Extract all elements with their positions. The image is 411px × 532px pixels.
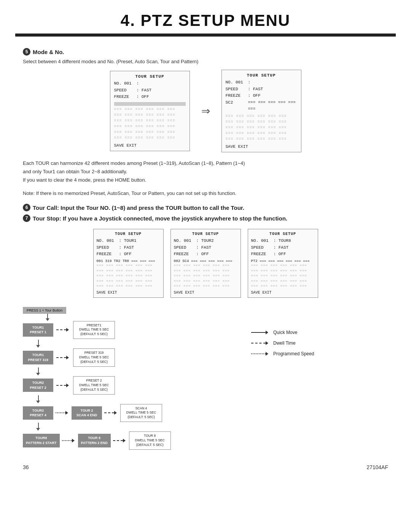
flow-row-1: TOUR1PRESET 1 PRESET1DWELL TIME 5 SEC(DE… [23, 321, 236, 339]
three-boxes-row: TOUR SETUP NO. 001: TOUR1 SPEED: FAST FR… [23, 229, 388, 297]
dashed-arrow-5b [113, 438, 127, 443]
tour-box-2-row3: FREEZE : OFF [226, 93, 297, 99]
section7-label: Tour Stop [33, 215, 59, 222]
tour-box-1-row3: FREEZE : OFF [114, 94, 186, 101]
section6-label: Tour Call [33, 204, 57, 211]
tour-box-2-row4: SC2 === === === === === === [226, 99, 297, 113]
tour-box-2: TOUR SETUP NO. 001 : SPEED : FAST FREEZE… [221, 70, 301, 152]
flow-legend: Quick Move Dwell Time Programmed Speed [251, 330, 314, 356]
legend-dwell-time-label: Dwell Time [273, 340, 296, 346]
flow-node-preset1-dwell: PRESET1DWELL TIME 5 SEC(DEFAULT: 5 SEC) [73, 321, 115, 339]
tour-box-1-dashes: === === === === === === === === === === … [114, 102, 186, 141]
dotted-arrow-5 [62, 438, 76, 443]
section5-label: Mode & No. [33, 49, 64, 55]
flow-node-preset2-dwell: PRESET 2DWELL TIME 5 SEC(DEFAULT: 5 SEC) [73, 376, 115, 395]
tour-box-tour2: TOUR SETUP NO. 001: TOUR2 SPEED: FAST FR… [170, 229, 241, 297]
legend-programmed-speed: Programmed Speed [251, 351, 314, 356]
flow-row-4: TOUR2PRESET 4 TOUR 2SCAN 4 END SCAN 4DWE… [23, 404, 236, 422]
arrow-right-icon: ⇒ [201, 105, 210, 117]
doc-id: 27104AF [366, 464, 388, 470]
dashed-arrow-2 [56, 355, 70, 360]
section7-header: 7 Tour Stop: If you have a Joystick conn… [23, 214, 388, 222]
flow-diagram: PRESS 1 + Tour Button TOUR1PRESET 1 PRES… [23, 307, 388, 451]
legend-quick-move-label: Quick Move [273, 330, 297, 335]
flow-row-5: TOUR8PATTERN 2 START TOUR 8PATTERN 2 END… [23, 431, 236, 450]
section7: 7 Tour Stop: If you have a Joystick conn… [23, 214, 388, 222]
flow-node-tour8-pattern2start: TOUR8PATTERN 2 START [23, 434, 60, 447]
tour-box-2-dashes: === === === === === === === === === === … [226, 113, 297, 142]
section6: 6 Tour Call: Input the Tour NO. (1~8) an… [23, 204, 388, 211]
tour-box-1: TOUR SETUP NO. 001 : SPEED : FAST FREEZE… [110, 71, 190, 151]
tour-box-tour1: TOUR SETUP NO. 001: TOUR1 SPEED: FAST FR… [93, 229, 164, 297]
flow-node-tour2-preset4: TOUR2PRESET 4 [23, 406, 53, 420]
tour-box-tour8: TOUR SETUP NO. 001: TOUR8 SPEED: FAST FR… [248, 229, 318, 297]
section5-header: 5 Mode & No. [23, 48, 388, 56]
tour-box-2-save: SAVE EXIT [226, 144, 297, 149]
flow-node-tour2-scan4end: TOUR 2SCAN 4 END [72, 406, 102, 420]
flow-node-preset319-dwell: PRESET 319DWELL TIME 5 SEC(DEFAULT: 5 SE… [73, 348, 115, 367]
flow-chart: PRESS 1 + Tour Button TOUR1PRESET 1 PRES… [23, 307, 236, 451]
page-num: 36 [23, 464, 29, 470]
legend-dwell-time: Dwell Time [251, 340, 314, 346]
legend-programmed-speed-label: Programmed Speed [273, 351, 314, 356]
tour-box-2-title: TOUR SETUP [226, 73, 297, 78]
tour-box-1-save: SAVE EXIT [114, 143, 186, 148]
page-footer: 36 27104AF [0, 457, 411, 474]
tour-box-1-row2: SPEED : FAST [114, 87, 186, 94]
flow-node-scan4-dwell: SCAN 4DWELL TIME 5 SEC(DEFAULT: 5 SEC) [120, 404, 162, 422]
flow-start-box: PRESS 1 + Tour Button [23, 307, 66, 314]
flow-node-tour1-preset1: TOUR1PRESET 1 [23, 323, 53, 337]
tour-boxes-row: TOUR SETUP NO. 001 : SPEED : FAST FREEZE… [23, 70, 388, 152]
section6-num: 6 [23, 204, 30, 211]
note-block: Note: If there is no memorized Preset, A… [23, 190, 388, 196]
legend-quick-move: Quick Move [251, 330, 314, 335]
section7-desc: If you have a Joystick connected, move t… [63, 215, 287, 222]
dashed-arrow-1 [56, 327, 70, 332]
flow-node-tour1-preset319: TOUR1PRESET 319 [23, 351, 53, 364]
section5-desc: Select between 4 different modes and No.… [23, 59, 388, 64]
legend-dotted-line [251, 351, 270, 356]
section5-num: 5 [23, 48, 30, 56]
dashed-arrow-4b [104, 410, 118, 415]
dotted-arrow-4 [56, 410, 69, 415]
section6-desc: Input the Tour NO. (1~8) and press the T… [61, 204, 244, 211]
flow-node-tour8-dwell: TOUR 8DWELL TIME 5 SEC(DEFAULT: 5 SEC) [129, 431, 171, 450]
title-bar [15, 34, 396, 37]
flow-row-2: TOUR1PRESET 319 PRESET 319DWELL TIME 5 S… [23, 348, 236, 367]
tour-box-1-row1: NO. 001 : [114, 80, 186, 87]
dashed-arrow-3 [56, 383, 70, 388]
tour-box-1-title: TOUR SETUP [114, 74, 186, 79]
section6-header: 6 Tour Call: Input the Tour NO. (1~8) an… [23, 204, 388, 211]
flow-node-tour8-pattern2end: TOUR 8PATTERN 2 END [78, 434, 111, 447]
flow-node-tour2-preset2: TOUR2PRESET 2 [23, 379, 53, 392]
flow-row-3: TOUR2PRESET 2 PRESET 2DWELL TIME 5 SEC(D… [23, 376, 236, 395]
legend-solid-line [251, 330, 270, 335]
tour-box-2-row1: NO. 001 : [226, 79, 297, 86]
page-title: 4. PTZ SETUP MENU [0, 0, 411, 34]
tour-box-2-row2: SPEED : FAST [226, 86, 297, 93]
section7-num: 7 [23, 214, 30, 222]
text-block-1: Each TOUR can harmonize 42 different mod… [23, 159, 388, 184]
legend-dashed-line [251, 340, 270, 346]
